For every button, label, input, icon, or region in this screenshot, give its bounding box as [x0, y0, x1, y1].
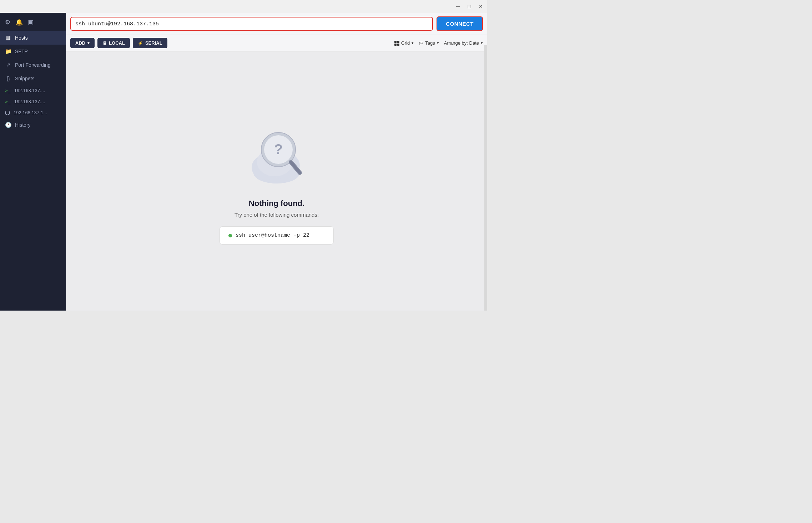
- port-forwarding-icon: ↗: [5, 62, 11, 68]
- grid-icon: [394, 41, 399, 46]
- toolbar: ADD ▾ 🖥 LOCAL ⚡ SERIAL: [66, 35, 487, 51]
- view-controls: Grid ▾ 🏷 Tags ▾ Arrange by: Date ▾: [394, 40, 483, 46]
- sidebar: ⚙ 🔔 ▣ ▦ Hosts 📁 SFTP ↗ Port Forwarding {…: [0, 13, 66, 311]
- history-icon: 🕐: [5, 122, 11, 128]
- command-hint-text: ssh user@hostname -p 22: [236, 232, 309, 238]
- add-button[interactable]: ADD ▾: [70, 38, 95, 48]
- grid-view-control[interactable]: Grid ▾: [394, 40, 414, 46]
- sidebar-item-hosts-label: Hosts: [15, 35, 28, 41]
- sidebar-item-snippets[interactable]: {} Snippets: [0, 72, 66, 85]
- scrollbar[interactable]: [484, 45, 487, 311]
- arrange-label: Arrange by: Date: [444, 40, 479, 46]
- tags-label: Tags: [425, 40, 435, 46]
- sidebar-item-sftp-label: SFTP: [15, 49, 28, 54]
- main-content: CONNECT ADD ▾ 🖥 LOCAL ⚡ SERIAL: [66, 13, 487, 311]
- terminal-session-1-icon: >_: [5, 88, 11, 93]
- local-icon: 🖥: [102, 41, 107, 46]
- terminal-session-1[interactable]: >_ 192.168.137....: [0, 85, 66, 96]
- sidebar-item-history-label: History: [15, 122, 31, 128]
- snippets-icon: {}: [5, 75, 11, 81]
- hosts-icon: ▦: [5, 35, 11, 41]
- tags-icon: 🏷: [419, 40, 423, 46]
- serial-button[interactable]: ⚡ SERIAL: [133, 38, 167, 48]
- sftp-icon: 📁: [5, 48, 11, 55]
- sidebar-top-icons: ⚙ 🔔 ▣: [0, 16, 66, 31]
- sidebar-item-hosts[interactable]: ▦ Hosts: [0, 31, 66, 45]
- add-chevron-icon: ▾: [87, 41, 90, 45]
- arrange-chevron-icon: ▾: [481, 41, 483, 45]
- command-hint: ssh user@hostname -p 22: [220, 226, 334, 245]
- ssh-input[interactable]: [75, 21, 428, 27]
- terminal-session-2[interactable]: >_ 192.168.137....: [0, 96, 66, 107]
- serial-icon: ⚡: [138, 41, 143, 46]
- bell-icon[interactable]: 🔔: [15, 19, 23, 26]
- local-button[interactable]: 🖥 LOCAL: [97, 38, 130, 48]
- maximize-button[interactable]: □: [466, 3, 473, 10]
- grid-chevron-icon: ▾: [412, 41, 414, 45]
- empty-state: ? Nothing found. Try one of the followin…: [66, 51, 487, 311]
- empty-illustration: ?: [241, 117, 312, 189]
- hint-dot: [228, 234, 232, 237]
- add-label: ADD: [75, 40, 85, 46]
- tags-chevron-icon: ▾: [437, 41, 439, 45]
- titlebar: ─ □ ✕: [0, 0, 487, 13]
- terminal-session-3[interactable]: 192.168.137.1...: [0, 107, 66, 118]
- sidebar-item-history[interactable]: 🕐 History: [0, 118, 66, 132]
- sidebar-item-port-forwarding[interactable]: ↗ Port Forwarding: [0, 58, 66, 72]
- topbar: CONNECT: [66, 13, 487, 35]
- close-button[interactable]: ✕: [477, 3, 484, 10]
- sidebar-item-snippets-label: Snippets: [15, 76, 34, 81]
- terminal-session-3-spinner: [5, 110, 10, 115]
- settings-icon[interactable]: ⚙: [5, 19, 10, 26]
- arrange-control[interactable]: Arrange by: Date ▾: [444, 40, 483, 46]
- grid-label: Grid: [401, 40, 410, 46]
- tags-control[interactable]: 🏷 Tags ▾: [419, 40, 439, 46]
- terminal-session-2-label: 192.168.137....: [14, 99, 45, 104]
- empty-subtitle: Try one of the following commands:: [234, 212, 319, 218]
- terminal-session-2-icon: >_: [5, 99, 11, 104]
- minimize-button[interactable]: ─: [454, 3, 462, 10]
- svg-text:?: ?: [274, 141, 283, 157]
- ssh-input-wrapper[interactable]: [70, 17, 433, 31]
- local-label: LOCAL: [109, 40, 125, 46]
- terminal-session-1-label: 192.168.137....: [14, 88, 45, 93]
- app-container: ⚙ 🔔 ▣ ▦ Hosts 📁 SFTP ↗ Port Forwarding {…: [0, 13, 487, 311]
- sidebar-item-port-forwarding-label: Port Forwarding: [15, 62, 51, 68]
- empty-title: Nothing found.: [249, 199, 304, 208]
- connect-button[interactable]: CONNECT: [437, 16, 483, 31]
- new-terminal-icon[interactable]: ▣: [28, 19, 34, 26]
- terminal-session-3-label: 192.168.137.1...: [14, 110, 47, 115]
- serial-label: SERIAL: [145, 40, 162, 46]
- sidebar-item-sftp[interactable]: 📁 SFTP: [0, 45, 66, 58]
